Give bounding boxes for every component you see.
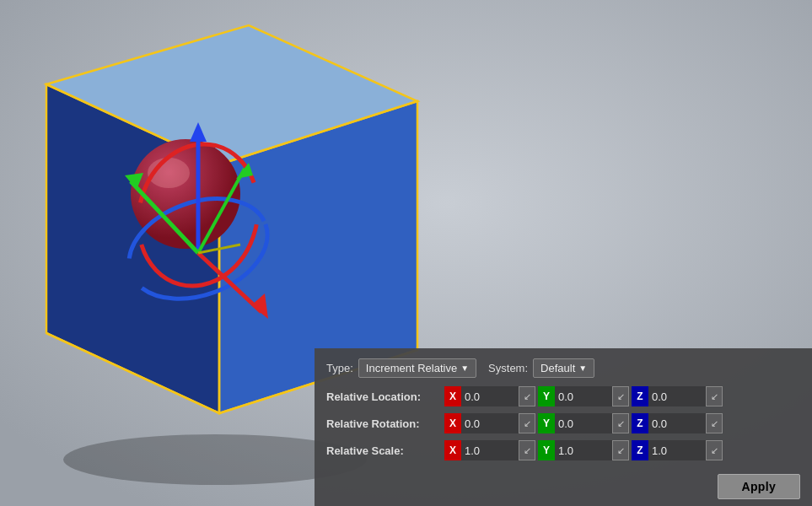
- relative-rotation-row: Relative Rotation: X ↙ Y ↙ Z ↙: [326, 413, 800, 433]
- scale-z-field: Z ↙: [632, 440, 723, 460]
- svg-point-11: [131, 139, 240, 249]
- rotation-x-arrow[interactable]: ↙: [519, 413, 535, 433]
- rotation-x-field: X ↙: [444, 413, 535, 433]
- type-dropdown[interactable]: Increment Relative ▼: [358, 358, 476, 378]
- type-system-row: Type: Increment Relative ▼ System: Defau…: [326, 358, 800, 378]
- scale-z-arrow[interactable]: ↙: [706, 440, 723, 460]
- rx-badge: X: [444, 413, 461, 433]
- relative-scale-row: Relative Scale: X ↙ Y ↙ Z ↙: [326, 440, 800, 460]
- location-x-input[interactable]: [461, 386, 519, 406]
- relative-rotation-label: Relative Rotation:: [326, 417, 444, 430]
- ry-badge: Y: [538, 413, 555, 433]
- sy-badge: Y: [538, 440, 555, 460]
- location-x-arrow[interactable]: ↙: [519, 386, 535, 406]
- rotation-z-field: Z ↙: [632, 413, 723, 433]
- rotation-z-input[interactable]: [648, 413, 706, 433]
- relative-location-label: Relative Location:: [326, 390, 444, 403]
- apply-button[interactable]: Apply: [718, 474, 800, 499]
- sz-badge: Z: [632, 440, 648, 460]
- relative-scale-label: Relative Scale:: [326, 444, 444, 457]
- rotation-y-input[interactable]: [555, 413, 612, 433]
- scale-xyz-group: X ↙ Y ↙ Z ↙: [444, 440, 723, 460]
- y-badge: Y: [538, 386, 555, 406]
- apply-row: Apply: [326, 467, 800, 506]
- scale-y-field: Y ↙: [538, 440, 629, 460]
- scale-x-input[interactable]: [461, 440, 519, 460]
- rotation-xyz-group: X ↙ Y ↙ Z ↙: [444, 413, 723, 433]
- location-x-field: X ↙: [444, 386, 535, 406]
- location-z-arrow[interactable]: ↙: [706, 386, 723, 406]
- sx-badge: X: [444, 440, 461, 460]
- z-badge: Z: [632, 386, 648, 406]
- x-badge: X: [444, 386, 461, 406]
- scale-y-arrow[interactable]: ↙: [612, 440, 629, 460]
- rotation-x-input[interactable]: [461, 413, 519, 433]
- location-z-field: Z ↙: [632, 386, 723, 406]
- type-dropdown-arrow: ▼: [460, 363, 469, 373]
- scale-x-arrow[interactable]: ↙: [519, 440, 535, 460]
- rotation-y-field: Y ↙: [538, 413, 629, 433]
- rz-badge: Z: [632, 413, 648, 433]
- type-dropdown-value: Increment Relative: [366, 362, 457, 374]
- rotation-z-arrow[interactable]: ↙: [706, 413, 723, 433]
- location-y-field: Y ↙: [538, 386, 629, 406]
- location-xyz-group: X ↙ Y ↙ Z ↙: [444, 386, 723, 406]
- system-dropdown-value: Default: [540, 362, 575, 374]
- type-label: Type:: [326, 362, 353, 374]
- scale-y-input[interactable]: [555, 440, 612, 460]
- rotation-y-arrow[interactable]: ↙: [612, 413, 629, 433]
- system-dropdown[interactable]: Default ▼: [533, 358, 594, 378]
- location-z-input[interactable]: [648, 386, 706, 406]
- system-label: System:: [488, 362, 528, 374]
- relative-location-row: Relative Location: X ↙ Y ↙ Z ↙: [326, 386, 800, 406]
- location-y-arrow[interactable]: ↙: [612, 386, 629, 406]
- scale-z-input[interactable]: [648, 440, 706, 460]
- location-y-input[interactable]: [555, 386, 612, 406]
- scale-x-field: X ↙: [444, 440, 535, 460]
- system-dropdown-arrow: ▼: [578, 363, 587, 373]
- control-panel: Type: Increment Relative ▼ System: Defau…: [315, 348, 812, 506]
